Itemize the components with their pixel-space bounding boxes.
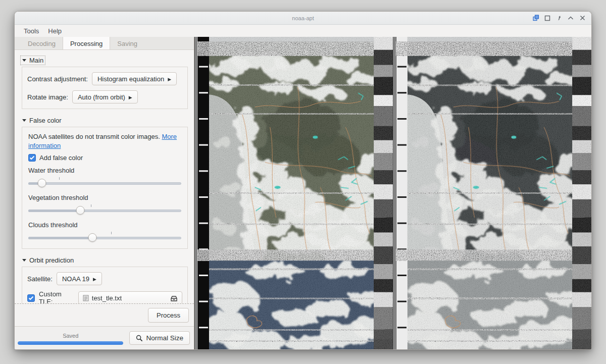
dropdown-arrow-icon: ▶ (129, 95, 132, 100)
clouds-threshold-group: Clouds threshold (28, 221, 181, 242)
satellite-image-channel-a[interactable] (194, 37, 393, 349)
water-threshold-group: Water threshold (28, 167, 181, 188)
expander-orbit-label: Orbit prediction (29, 256, 74, 264)
expander-main[interactable]: Main (21, 56, 45, 65)
contrast-label: Contrast adjustment: (27, 75, 88, 83)
water-threshold-label: Water threshold (28, 167, 181, 174)
workspaces-button[interactable] (532, 14, 540, 22)
process-button[interactable]: Process (148, 308, 189, 323)
control-panel: Decoding Processing Saving Main Contrast… (15, 37, 194, 349)
window-title: noaa-apt (15, 15, 591, 21)
settings-scroll-area[interactable]: Main Contrast adjustment: Histogram equa… (15, 50, 194, 304)
false-color-frame: NOAA satellites do not transmit color im… (22, 127, 188, 249)
shade-button[interactable] (567, 14, 575, 22)
check-icon (29, 155, 35, 160)
close-button[interactable] (578, 14, 586, 22)
water-threshold-slider[interactable] (28, 179, 181, 188)
custom-tle-checkbox[interactable] (27, 294, 35, 302)
expander-false-color[interactable]: False color (21, 116, 63, 125)
satellite-value: NOAA 19 (62, 275, 89, 283)
tab-saving[interactable]: Saving (110, 37, 144, 49)
expander-main-label: Main (29, 57, 43, 64)
slider-fill (28, 237, 92, 239)
main-section-frame: Contrast adjustment: Histogram equalizat… (22, 67, 188, 109)
satellite-image-channel-b[interactable] (393, 37, 591, 349)
contrast-value: Histogram equalization (97, 75, 164, 83)
tab-processing[interactable]: Processing (63, 37, 110, 49)
open-file-icon (170, 295, 178, 301)
dropdown-arrow-icon: ▶ (168, 77, 171, 82)
progress-fill (18, 341, 123, 345)
rotate-value: Auto (from orbit) (78, 93, 125, 101)
progress-bar (18, 341, 123, 345)
app-window: noaa-apt (14, 11, 592, 350)
clouds-threshold-slider[interactable] (28, 233, 181, 242)
expander-arrow-icon (22, 119, 26, 122)
orbit-frame: Satellite: NOAA 19 ▶ Custom TLE: (22, 267, 188, 304)
vegetation-threshold-group: Vegetation threshold (28, 194, 181, 215)
maximize-icon (544, 15, 550, 21)
add-false-color-row[interactable]: Add false color (28, 154, 182, 162)
vegetation-threshold-slider[interactable] (28, 206, 181, 215)
chevron-up-icon (568, 16, 574, 20)
menu-tools[interactable]: Tools (20, 26, 43, 36)
document-icon (83, 295, 89, 301)
clouds-threshold-label: Clouds threshold (28, 221, 181, 229)
rotate-dropdown[interactable]: Auto (from orbit) ▶ (72, 90, 138, 103)
rotate-label: Rotate image: (27, 93, 68, 101)
workspaces-icon (533, 15, 539, 21)
dropdown-arrow-icon: ▶ (93, 277, 96, 282)
pin-icon (557, 15, 562, 21)
slider-mark (59, 177, 60, 180)
slider-mark (111, 232, 112, 234)
normal-size-button[interactable]: Normal Size (129, 331, 190, 345)
menu-help[interactable]: Help (44, 26, 66, 36)
process-row: Process (15, 304, 194, 326)
info-text: NOAA satellites do not transmit color im… (28, 133, 162, 140)
tle-file-chooser[interactable]: test_tle.txt (78, 291, 182, 304)
expander-arrow-icon (22, 259, 26, 262)
image-viewer[interactable] (194, 37, 591, 349)
slider-mark (91, 204, 91, 207)
add-false-color-checkbox[interactable] (28, 154, 36, 162)
maximize-button[interactable] (543, 14, 551, 22)
slider-handle[interactable] (38, 179, 46, 187)
custom-tle-label: Custom TLE: (39, 290, 74, 304)
pin-button[interactable] (555, 14, 563, 22)
slider-fill (28, 210, 80, 212)
expander-arrow-icon (22, 59, 26, 62)
contrast-dropdown[interactable]: Histogram equalization ▶ (92, 72, 177, 85)
expander-orbit-prediction[interactable]: Orbit prediction (21, 256, 75, 265)
normal-size-label: Normal Size (146, 334, 183, 342)
close-icon (580, 15, 585, 21)
check-icon (28, 296, 34, 300)
slider-track[interactable] (28, 182, 181, 185)
status-text: Saved (17, 333, 124, 339)
tle-filename: test_tle.txt (92, 294, 167, 302)
vegetation-threshold-label: Vegetation threshold (28, 194, 181, 201)
false-color-info: NOAA satellites do not transmit color im… (28, 132, 182, 150)
slider-handle[interactable] (76, 206, 85, 215)
add-false-color-label: Add false color (39, 154, 83, 162)
satellite-dropdown[interactable]: NOAA 19 ▶ (57, 272, 102, 285)
expander-false-color-label: False color (29, 117, 62, 124)
menubar: Tools Help (15, 25, 591, 37)
titlebar[interactable]: noaa-apt (15, 12, 591, 25)
tab-decoding[interactable]: Decoding (21, 37, 63, 49)
tabbar: Decoding Processing Saving (15, 37, 194, 50)
satellite-label: Satellite: (27, 275, 53, 283)
slider-handle[interactable] (88, 233, 97, 242)
magnifier-icon (136, 335, 143, 342)
statusbar: Saved Normal Size (15, 326, 194, 349)
